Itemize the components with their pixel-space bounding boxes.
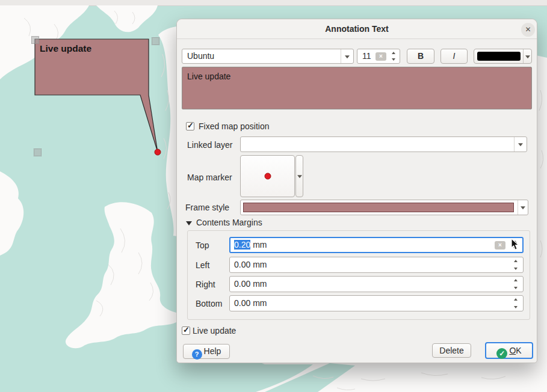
font-color-arrow[interactable] [523, 49, 531, 63]
check-icon: ✓ [187, 121, 194, 130]
margin-bottom-value: 0.00 mm [234, 296, 267, 311]
live-update-checkbox[interactable]: ✓ [182, 326, 190, 335]
map-marker-button[interactable] [240, 155, 295, 197]
close-button[interactable]: ✕ [521, 23, 535, 37]
spin-down-icon[interactable] [514, 268, 518, 270]
frame-style-label: Frame style [185, 203, 229, 212]
chevron-down-icon [345, 55, 350, 58]
margin-bottom-label: Bottom [196, 299, 222, 308]
spin-up-icon[interactable] [514, 260, 518, 262]
font-size-value: 11 [362, 49, 371, 63]
font-family-value: Ubuntu [187, 49, 214, 63]
linked-layer-label: Linked layer [187, 140, 233, 150]
linked-layer-combo[interactable] [240, 136, 527, 152]
margin-right-value: 0.00 mm [234, 277, 267, 292]
contents-margins-header[interactable]: Contents Margins [196, 218, 262, 227]
clear-icon[interactable]: × [495, 241, 505, 250]
font-family-arrow[interactable] [341, 49, 353, 63]
margin-top-spinbox[interactable]: 0.20 mm × [229, 237, 524, 253]
spin-up-icon[interactable] [514, 279, 518, 281]
map-marker-point[interactable] [155, 149, 161, 155]
ok-check-icon: ✓ [496, 348, 507, 359]
spin-up-icon[interactable] [514, 298, 518, 301]
frame-style-arrow[interactable] [518, 200, 528, 215]
canvas-top-strip [0, 0, 547, 5]
map-marker-arrow-button[interactable] [295, 155, 303, 197]
margin-right-label: Right [196, 280, 215, 289]
margin-top-value: 0.20 [234, 240, 250, 250]
map-marker-label: Map marker [187, 173, 232, 182]
help-button[interactable]: ?Help [183, 344, 230, 359]
spin-up-icon[interactable] [392, 52, 395, 54]
selection-handle-top-right[interactable] [152, 37, 159, 45]
annotation-text-value: Live update [187, 72, 230, 81]
frame-style-preview [243, 203, 514, 212]
marker-dot-icon [264, 173, 271, 180]
check-icon: ✓ [183, 325, 190, 334]
delete-button[interactable]: Delete [432, 343, 471, 358]
margin-left-spinbox[interactable]: 0.00 mm [229, 257, 524, 273]
annotation-text-dialog: Annotation Text ✕ Ubuntu 11 × B I Live u… [176, 19, 537, 363]
italic-button[interactable]: I [440, 49, 468, 64]
mouse-cursor-icon [511, 238, 520, 251]
selection-handle-top-left[interactable] [31, 36, 39, 44]
close-icon: ✕ [525, 25, 531, 34]
chevron-down-icon [518, 143, 523, 146]
linked-layer-arrow[interactable] [514, 137, 527, 152]
annotation-label: Live update [40, 43, 92, 54]
bold-button[interactable]: B [407, 49, 434, 64]
dialog-title: Annotation Text [177, 19, 537, 38]
chevron-down-icon [297, 175, 302, 178]
frame-style-combo[interactable] [240, 200, 528, 215]
margin-top-suffix: mm [250, 240, 267, 250]
screen: { "colors": { "accent": "#3584e4", "anno… [0, 0, 547, 392]
font-color-button[interactable] [474, 49, 532, 64]
margin-right-spinbox[interactable]: 0.00 mm [229, 276, 524, 292]
help-icon: ? [192, 349, 202, 360]
spin-down-icon[interactable] [514, 306, 518, 308]
font-family-combo[interactable]: Ubuntu [182, 49, 354, 64]
dialog-titlebar[interactable]: Annotation Text ✕ [177, 19, 537, 39]
spin-down-icon[interactable] [514, 287, 518, 289]
clear-icon[interactable]: × [375, 52, 386, 61]
collapse-triangle-icon[interactable] [186, 221, 192, 225]
margin-left-value: 0.00 mm [234, 257, 267, 272]
font-size-spinbox[interactable]: 11 × [357, 49, 400, 64]
live-update-label: Live update [193, 326, 236, 335]
margin-left-label: Left [196, 260, 209, 270]
chevron-down-icon [521, 206, 525, 209]
fixed-map-position-label: Fixed map position [199, 121, 270, 131]
spin-down-icon[interactable] [392, 58, 395, 61]
color-swatch [477, 52, 521, 61]
margin-top-label: Top [196, 240, 209, 250]
annotation-text-input[interactable]: Live update [182, 67, 532, 109]
fixed-map-position-checkbox[interactable]: ✓ [186, 122, 194, 130]
selection-handle-bottom-left[interactable] [34, 149, 42, 156]
chevron-down-icon [525, 55, 530, 58]
ok-button[interactable]: ✓OK [485, 342, 533, 359]
margin-bottom-spinbox[interactable]: 0.00 mm [229, 295, 524, 311]
